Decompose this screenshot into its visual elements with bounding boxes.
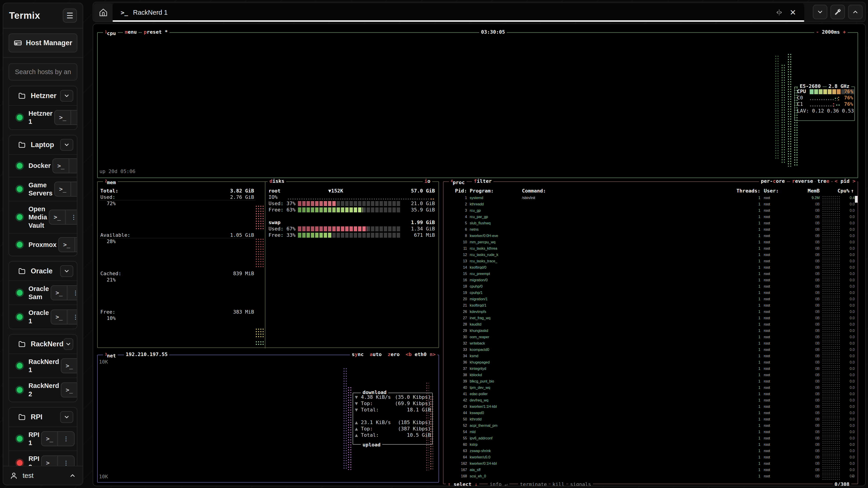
sort-direction-arrow[interactable]: ↑: [851, 188, 854, 194]
host-item-open-media-vault[interactable]: Open Media Vault >_ ⋮: [9, 201, 77, 234]
per-core-button[interactable]: per-core: [759, 178, 786, 184]
menu-button[interactable]: menu: [123, 29, 138, 35]
host-menu-button[interactable]: ⋮: [71, 182, 77, 196]
process-row[interactable]: 8 kworker/0:0H-eve 1 root 0B 0.0: [443, 234, 858, 240]
process-row[interactable]: 38 kblockd 1 root 0B 0.0: [443, 373, 858, 379]
open-terminal-button[interactable]: >_: [59, 238, 75, 252]
process-row[interactable]: 168 scsi_eh_0 1 root 0B 0.0: [443, 474, 858, 481]
process-row[interactable]: 60 kstrp 1 root 0B 0.0: [443, 443, 858, 449]
process-scrollbar[interactable]: [855, 196, 858, 203]
process-row[interactable]: 21 ksoftirqd/1 1 root 0B 0.0: [443, 303, 858, 310]
tree-button[interactable]: tree: [815, 178, 831, 184]
open-terminal-button[interactable]: >_: [41, 456, 58, 466]
process-row[interactable]: 1 systemd /sbin/init 1 root 9.2M 0.4: [443, 196, 858, 202]
tools-button[interactable]: [831, 5, 845, 19]
host-item-oracle-sam[interactable]: Oracle Sam >_ ⋮: [9, 281, 77, 305]
open-terminal-button[interactable]: >_: [61, 383, 77, 397]
open-terminal-button[interactable]: >_: [51, 286, 67, 300]
process-row[interactable]: 37 kintegrityd 1 root 0B 0.0: [443, 367, 858, 373]
process-row[interactable]: 26 kdevtmpfs 1 root 0B 0.0: [443, 310, 858, 316]
process-row[interactable]: 14 ksoftirqd/0 1 root 0B 0.0: [443, 265, 858, 272]
process-row[interactable]: 50 kthrotld 1 root 0B 0.0: [443, 417, 858, 424]
tab-racknerd-1[interactable]: >_ RackNerd 1 ✕: [113, 3, 804, 22]
proc-footer-info[interactable]: info ↵: [488, 481, 509, 486]
process-row[interactable]: 43 kworker/1:1H-kbl 1 root 0B 0.0: [443, 404, 858, 411]
proc-footer-terminate[interactable]: terminate: [518, 481, 549, 486]
split-view-icon[interactable]: [775, 8, 783, 16]
process-row[interactable]: 41 edac-poller 1 root 0B 0.0: [443, 392, 858, 398]
host-menu-button[interactable]: ⋮: [66, 210, 77, 224]
open-terminal-button[interactable]: >_: [61, 359, 77, 373]
group-header[interactable]: Oracle: [9, 262, 77, 281]
process-row[interactable]: 54 mld 1 root 0B 0.0: [443, 430, 858, 436]
process-row[interactable]: 6 netns 1 root 0B 0.0: [443, 228, 858, 234]
host-menu-button[interactable]: ⋮: [69, 159, 77, 173]
sidebar-menu-button[interactable]: ☰: [63, 8, 77, 23]
process-row[interactable]: 39 blkcg_punt_bio 1 root 0B 0.0: [443, 379, 858, 386]
process-row[interactable]: 18 cpuhp/0 1 root 0B 0.0: [443, 285, 858, 291]
process-row[interactable]: 34 ksmd 1 root 0B 0.0: [443, 354, 858, 360]
open-terminal-button[interactable]: >_: [55, 182, 71, 196]
process-row[interactable]: 2 kthreadd 1 root 0B 0.0: [443, 202, 858, 208]
process-row[interactable]: 29 khungtaskd 1 root 0B 0.0: [443, 329, 858, 335]
group-collapse-button[interactable]: [60, 90, 73, 102]
process-row[interactable]: 16 migration/0 1 root 0B 0.0: [443, 278, 858, 285]
group-collapse-button[interactable]: [60, 411, 73, 423]
process-row[interactable]: 40 tpm_dev_wq 1 root 0B 0.0: [443, 386, 858, 392]
expand-button[interactable]: [848, 5, 863, 19]
host-item-racknerd-2[interactable]: RackNerd 2 >_ ⋮: [9, 378, 77, 402]
process-row[interactable]: 3 rcu_gp 1 root 0B 0.0: [443, 208, 858, 215]
process-row[interactable]: 5 slub_flushwq 1 root 0B 0.0: [443, 221, 858, 228]
close-tab-icon[interactable]: ✕: [790, 8, 796, 17]
process-row[interactable]: 28 kauditd 1 root 0B 0.0: [443, 322, 858, 329]
group-header[interactable]: RPI: [9, 408, 77, 427]
open-terminal-button[interactable]: >_: [53, 159, 69, 173]
host-item-oracle-1[interactable]: Oracle 1 >_ ⋮: [9, 305, 77, 329]
process-row[interactable]: 55 ipv6_addrconf 1 root 0B 0.0: [443, 436, 858, 443]
process-row[interactable]: 19 cpuhp/1 1 root 0B 0.0: [443, 291, 858, 297]
process-row[interactable]: 42 devfreq_wq 1 root 0B 0.0: [443, 398, 858, 404]
process-row[interactable]: 11 rcu_tasks_kthrea 1 root 0B 0.0: [443, 247, 858, 253]
host-item-docker[interactable]: Docker >_ ⋮: [9, 155, 77, 177]
process-row[interactable]: 52 acpi_thermal_pm 1 root 0B 0.0: [443, 424, 858, 430]
host-item-rpi-1[interactable]: RPI 1 >_ ⋮: [9, 427, 77, 451]
process-row[interactable]: 13 rcu_tasks_trace_ 1 root 0B 0.0: [443, 259, 858, 265]
home-tab-button[interactable]: [94, 3, 113, 22]
reverse-button[interactable]: reverse: [790, 178, 815, 184]
open-terminal-button[interactable]: >_: [51, 310, 67, 324]
user-menu[interactable]: test: [3, 466, 83, 485]
process-row[interactable]: 10 mm_percpu_wq 1 root 0B 0.0: [443, 240, 858, 247]
group-header[interactable]: Laptop: [9, 135, 77, 155]
io-mode-button[interactable]: io: [423, 178, 432, 184]
filter-button[interactable]: filter: [472, 178, 493, 184]
host-item-hetzner-1[interactable]: Hetzner 1 >_ ⋮: [9, 106, 77, 129]
process-row[interactable]: 30 oom_reaper 1 root 0B 0.0: [443, 335, 858, 341]
host-menu-button[interactable]: ⋮: [71, 110, 77, 125]
open-terminal-button[interactable]: >_: [49, 210, 66, 224]
host-item-racknerd-1[interactable]: RackNerd 1 >_ ⋮: [9, 354, 77, 378]
net-options[interactable]: sync auto zero <b eth0 n>: [350, 351, 437, 358]
process-row[interactable]: 44 kswapd0 1 root 0B 0.0: [443, 411, 858, 417]
host-item-rpi-2[interactable]: RPI 2 >_ ⋮: [9, 451, 77, 466]
host-menu-button[interactable]: ⋮: [58, 432, 74, 446]
preset-button[interactable]: preset *: [142, 29, 169, 35]
group-header[interactable]: RackNerd: [9, 335, 77, 354]
host-menu-button[interactable]: ⋮: [67, 286, 77, 300]
group-header[interactable]: Hetzner: [9, 86, 77, 106]
process-row[interactable]: 20 migration/1 1 root 0B 0.0: [443, 297, 858, 303]
proc-footer-select[interactable]: ↑ select ↓: [446, 481, 479, 486]
process-row[interactable]: 12 rcu_tasks_rude_k 1 root 0B 0.0: [443, 253, 858, 259]
host-menu-button[interactable]: ⋮: [67, 310, 77, 324]
group-collapse-button[interactable]: [60, 139, 73, 151]
proc-footer-signals[interactable]: signals: [568, 481, 593, 486]
host-manager-button[interactable]: Host Manager: [8, 33, 77, 53]
process-row[interactable]: 63 zswap-shrink 1 root 0B 0.0: [443, 449, 858, 455]
proc-footer-kill[interactable]: kill: [551, 481, 566, 486]
host-item-game-servers[interactable]: Game Servers >_ ⋮: [9, 177, 77, 201]
process-row[interactable]: 162 kworker/0:1H-kbl 1 root 0B 0.0: [443, 462, 858, 468]
host-menu-button[interactable]: ⋮: [58, 456, 74, 466]
disks-title[interactable]: disks: [268, 178, 286, 184]
process-row[interactable]: 36 khugepaged 1 root 0B 0.0: [443, 360, 858, 367]
search-input[interactable]: [8, 63, 77, 80]
host-menu-button[interactable]: ⋮: [75, 238, 77, 252]
